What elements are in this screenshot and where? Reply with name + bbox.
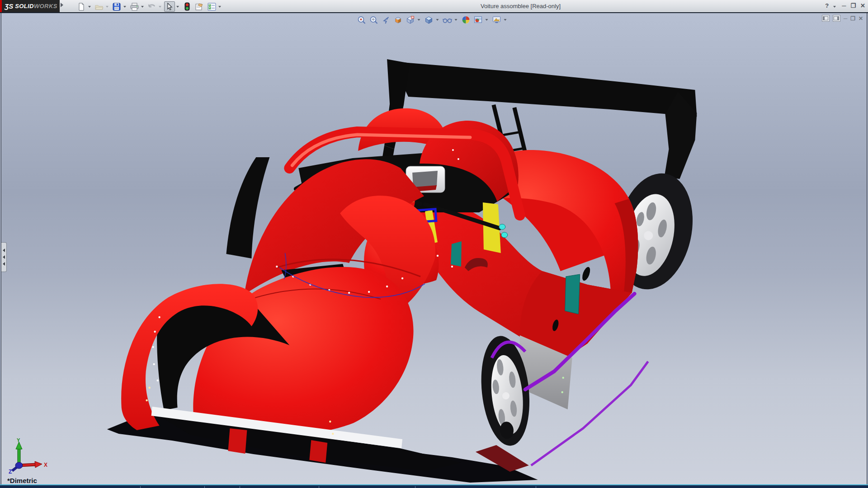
document-window-controls: ─ ❐ ✕ bbox=[822, 15, 863, 22]
previous-view-button[interactable] bbox=[381, 15, 391, 25]
options-button[interactable] bbox=[206, 1, 217, 12]
logo-brand-bold: SOLID bbox=[15, 3, 34, 9]
view-orientation-label: *Dimetric bbox=[7, 477, 37, 484]
apply-scene-button[interactable] bbox=[473, 15, 483, 25]
save-button[interactable] bbox=[111, 1, 122, 12]
view-settings-caret[interactable] bbox=[504, 19, 507, 21]
rebuild-traffic-light-icon bbox=[184, 2, 190, 11]
file-properties-button[interactable] bbox=[194, 1, 205, 12]
minimize-button[interactable]: ─ bbox=[842, 2, 846, 10]
apply-scene-icon bbox=[474, 15, 483, 24]
new-document-icon bbox=[77, 3, 85, 11]
print-dropdown-caret[interactable] bbox=[141, 6, 144, 8]
help-button[interactable]: ? bbox=[825, 2, 829, 10]
cyan-knob-1 bbox=[499, 224, 505, 230]
new-document-button[interactable] bbox=[76, 1, 87, 12]
select-cursor-icon bbox=[166, 3, 173, 10]
cyan-knob-2 bbox=[501, 232, 508, 238]
rebuild-button[interactable] bbox=[182, 1, 193, 12]
solidworks-logo[interactable]: ƷS SOLIDWORKS bbox=[0, 0, 60, 12]
headsup-view-toolbar bbox=[357, 14, 508, 25]
triad-y-label: Y bbox=[17, 437, 20, 443]
side-window-front bbox=[451, 241, 462, 267]
edit-appearance-button[interactable] bbox=[461, 15, 471, 25]
bottom-edge-bar bbox=[0, 484, 868, 488]
hide-show-items-caret[interactable] bbox=[455, 19, 458, 21]
window-controls: ? ─ ❐ ✕ bbox=[825, 2, 865, 10]
view-orientation-caret[interactable] bbox=[418, 19, 420, 21]
view-orientation-icon bbox=[406, 15, 415, 24]
view-orientation-button[interactable] bbox=[406, 15, 415, 25]
undo-icon bbox=[147, 3, 156, 11]
edit-appearance-icon bbox=[462, 15, 471, 24]
section-view-button[interactable] bbox=[393, 15, 403, 25]
triad-z-label: Z bbox=[9, 469, 12, 475]
options-dropdown-caret[interactable] bbox=[218, 6, 221, 8]
graphics-viewport[interactable]: ─ ❐ ✕ Y X Z *Dimetric bbox=[1, 13, 867, 484]
triad-x-label: X bbox=[44, 462, 47, 468]
select-dropdown-caret[interactable] bbox=[176, 6, 179, 8]
collapse-arrow-icon bbox=[3, 249, 5, 252]
open-button[interactable] bbox=[94, 1, 104, 12]
standard-toolbar bbox=[76, 1, 222, 12]
pane-right-button[interactable] bbox=[833, 15, 840, 22]
open-dropdown-caret[interactable] bbox=[106, 6, 108, 8]
display-style-icon bbox=[425, 15, 434, 24]
pane-left-button[interactable] bbox=[822, 15, 830, 22]
restore-button[interactable]: ❐ bbox=[850, 2, 856, 10]
doc-close-button[interactable]: ✕ bbox=[859, 15, 863, 22]
previous-view-icon bbox=[382, 15, 391, 24]
collapse-arrow-icon bbox=[3, 255, 5, 259]
zoom-to-fit-button[interactable] bbox=[357, 15, 367, 25]
help-dropdown-caret[interactable] bbox=[833, 6, 836, 8]
display-style-caret[interactable] bbox=[436, 19, 439, 21]
side-window-rear bbox=[565, 274, 580, 314]
collapse-arrow-icon bbox=[3, 262, 5, 266]
view-settings-button[interactable] bbox=[492, 15, 502, 25]
print-icon bbox=[130, 3, 139, 11]
doc-restore-button[interactable]: ❐ bbox=[850, 15, 855, 22]
hide-show-items-icon bbox=[443, 15, 453, 24]
logo-brand-light: WORKS bbox=[34, 3, 57, 9]
feature-panel-collapse-tab[interactable] bbox=[1, 242, 7, 272]
section-view-icon bbox=[394, 15, 403, 24]
view-settings-icon bbox=[492, 15, 501, 24]
options-checklist-icon bbox=[208, 3, 216, 11]
side-vent bbox=[581, 266, 592, 282]
window-title: Voiture assomblee [Read-only] bbox=[481, 3, 561, 9]
open-folder-icon bbox=[95, 3, 104, 11]
save-floppy-icon bbox=[113, 3, 121, 11]
doc-minimize-button[interactable]: ─ bbox=[844, 15, 848, 22]
undo-button[interactable] bbox=[146, 1, 157, 12]
select-button[interactable] bbox=[164, 1, 175, 12]
save-dropdown-caret[interactable] bbox=[123, 6, 126, 8]
model-render-voiture[interactable] bbox=[1, 13, 867, 484]
hide-show-items-button[interactable] bbox=[443, 15, 453, 25]
display-style-button[interactable] bbox=[424, 15, 434, 25]
close-button[interactable]: ✕ bbox=[860, 2, 865, 10]
logo-glyph: ƷS bbox=[5, 2, 13, 10]
menu-expand-arrow-icon[interactable] bbox=[61, 3, 63, 7]
zoom-to-fit-icon bbox=[357, 15, 366, 24]
undo-dropdown-caret[interactable] bbox=[159, 6, 161, 8]
file-properties-icon bbox=[195, 3, 204, 11]
orientation-triad: Y X Z bbox=[5, 437, 48, 476]
solidworks-window: { "window": { "title": "Voiture assomble… bbox=[0, 0, 868, 488]
print-button[interactable] bbox=[129, 1, 140, 12]
zoom-to-area-icon bbox=[369, 15, 378, 24]
apply-scene-caret[interactable] bbox=[486, 19, 488, 21]
zoom-to-area-button[interactable] bbox=[369, 15, 379, 25]
new-dropdown-caret[interactable] bbox=[88, 6, 91, 8]
title-bar: ƷS SOLIDWORKS bbox=[0, 0, 868, 13]
